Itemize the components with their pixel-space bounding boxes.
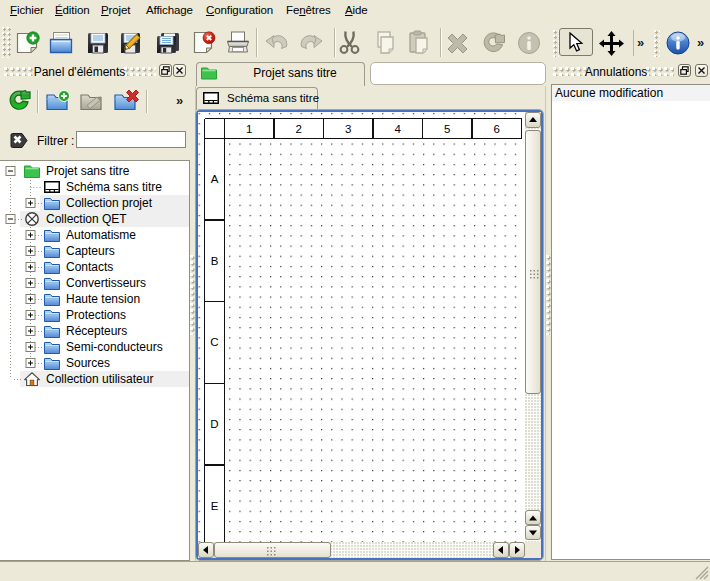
svg-text:D: D xyxy=(210,418,218,430)
svg-text:Récepteurs: Récepteurs xyxy=(66,324,127,338)
svg-text:C: C xyxy=(210,336,218,348)
svg-text:Collection projet: Collection projet xyxy=(66,196,153,210)
svg-text:2: 2 xyxy=(296,123,302,135)
svg-text:Haute tension: Haute tension xyxy=(66,292,140,306)
svg-text:E: E xyxy=(211,500,219,512)
svg-text:3: 3 xyxy=(345,123,351,135)
svg-text:4: 4 xyxy=(394,123,401,135)
svg-text:6: 6 xyxy=(493,123,499,135)
svg-text:Sources: Sources xyxy=(66,356,110,370)
svg-text:Semi-conducteurs: Semi-conducteurs xyxy=(66,340,163,354)
svg-text:Convertisseurs: Convertisseurs xyxy=(66,276,146,290)
svg-text:Schéma sans titre: Schéma sans titre xyxy=(66,180,162,194)
svg-text:Automatisme: Automatisme xyxy=(66,228,136,242)
svg-text:1: 1 xyxy=(246,123,252,135)
svg-text:B: B xyxy=(211,255,219,267)
svg-text:A: A xyxy=(211,173,219,185)
svg-text:Capteurs: Capteurs xyxy=(66,244,115,258)
svg-text:Collection QET: Collection QET xyxy=(46,212,127,226)
svg-text:Protections: Protections xyxy=(66,308,126,322)
svg-text:Contacts: Contacts xyxy=(66,260,113,274)
svg-text:Collection utilisateur: Collection utilisateur xyxy=(46,372,153,386)
svg-text:Projet sans titre: Projet sans titre xyxy=(46,164,130,178)
svg-text:5: 5 xyxy=(444,123,450,135)
